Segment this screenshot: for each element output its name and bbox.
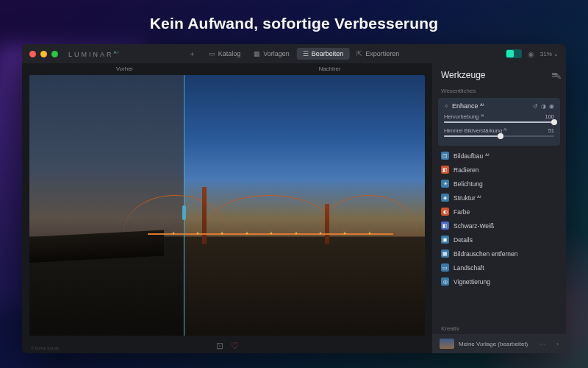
label-after: Nachher xyxy=(227,63,432,75)
more-icon[interactable]: ⋯ xyxy=(539,341,545,347)
tool-exposure[interactable]: ☀Belichtung xyxy=(432,177,566,191)
bw-icon: ◧ xyxy=(441,222,449,230)
favorite-icon[interactable]: ♡ xyxy=(231,341,239,351)
tool-erase[interactable]: ◧Radieren xyxy=(432,163,566,177)
sun-icon: ☀ xyxy=(441,180,449,188)
tool-color[interactable]: ◐Farbe xyxy=(432,205,566,219)
mask-icon[interactable]: ◑ xyxy=(541,103,546,110)
zoom-level[interactable]: 31% ⌄ xyxy=(540,51,559,57)
panel-title: Werkzeuge xyxy=(441,70,485,80)
titlebar: LUMINARAI ＋ ▭Katalog ▦Vorlagen ☰Bearbeit… xyxy=(22,44,566,63)
tab-templates[interactable]: ▦Vorlagen xyxy=(248,48,295,60)
tool-list: ◫Bildaufbau ᴬᴵ ◧Radieren ☀Belichtung ◈St… xyxy=(432,147,566,322)
label-before: Vorher xyxy=(22,63,227,75)
brush-icon[interactable]: ✎ xyxy=(555,72,562,82)
sliders-icon: ☰ xyxy=(303,50,309,57)
tool-structure[interactable]: ◈Struktur ᴬᴵ xyxy=(432,191,566,205)
tab-catalog[interactable]: ▭Katalog xyxy=(203,48,247,60)
side-rail: ✎ xyxy=(550,68,566,82)
vignette-icon: ◎ xyxy=(441,277,449,286)
marketing-headline: Kein Aufwand, sofortige Verbesserung xyxy=(0,0,588,44)
folder-icon: ▭ xyxy=(209,50,215,57)
preset-thumb xyxy=(440,339,454,349)
tab-edit[interactable]: ☰Bearbeiten xyxy=(297,48,350,60)
minimize-icon[interactable] xyxy=(40,51,47,57)
structure-icon: ◈ xyxy=(441,194,449,202)
plus-icon: ＋ xyxy=(189,49,196,59)
preset-bar[interactable]: Meine Vorlage (bearbeitet) ⋯ › xyxy=(432,334,566,353)
tool-denoise[interactable]: ▦Bildrauschen entfernen xyxy=(432,247,566,261)
landscape-icon: ▭ xyxy=(441,263,449,272)
chevron-right-icon[interactable]: › xyxy=(556,341,559,347)
export-icon: ⇱ xyxy=(356,50,362,57)
details-icon: ▣ xyxy=(441,236,449,244)
tool-bw[interactable]: ◧Schwarz-Weiß xyxy=(432,219,566,233)
add-button[interactable]: ＋ xyxy=(183,47,201,61)
section-essentials: Wesentliches xyxy=(432,85,566,96)
slider-sky[interactable]: Himmel Bildverstärkung ᴬᴵ51 xyxy=(444,127,554,137)
erase-icon: ◧ xyxy=(441,166,449,174)
crop-icon: ◫ xyxy=(441,152,449,160)
tab-export[interactable]: ⇱Exportieren xyxy=(351,48,405,60)
visibility-icon[interactable]: ◉ xyxy=(549,103,554,110)
tool-vignette[interactable]: ◎Vignettierung xyxy=(432,275,566,289)
main-tabs: ＋ ▭Katalog ▦Vorlagen ☰Bearbeiten ⇱Export… xyxy=(183,47,406,61)
canvas-area: Vorher Nachher ⊡ ♡ xyxy=(22,63,432,353)
compare-toggle[interactable] xyxy=(506,49,522,58)
image-preview[interactable] xyxy=(29,75,425,336)
preset-label: Meine Vorlage (bearbeitet) xyxy=(459,341,528,347)
app-window: LUMINARAI ＋ ▭Katalog ▦Vorlagen ☰Bearbeit… xyxy=(22,44,566,353)
crop-icon[interactable]: ⊡ xyxy=(216,341,223,351)
tool-enhance[interactable]: ✧ Enhance ᴬᴵ ↺ ◑ ◉ Hervorhebung ᴬᴵ100 Hi… xyxy=(438,98,560,146)
noise-icon: ▦ xyxy=(441,250,449,258)
sparkle-icon: ✧ xyxy=(444,103,449,110)
tool-composition[interactable]: ◫Bildaufbau ᴬᴵ xyxy=(432,149,566,163)
preview-icon[interactable]: ◉ xyxy=(528,50,534,58)
slider-highlight[interactable]: Hervorhebung ᴬᴵ100 xyxy=(444,113,554,123)
tools-panel: Werkzeuge ≡ Wesentliches ✧ Enhance ᴬᴵ ↺ … xyxy=(432,63,566,353)
close-icon[interactable] xyxy=(29,51,36,57)
tool-landscape[interactable]: ▭Landschaft xyxy=(432,261,566,275)
palette-icon: ◐ xyxy=(441,208,449,216)
app-name: LUMINARAI xyxy=(68,50,119,58)
tool-details[interactable]: ▣Details xyxy=(432,233,566,247)
undo-icon[interactable]: ↺ xyxy=(533,103,538,110)
section-creative: Kreativ xyxy=(432,322,566,334)
copyright: © Dima Sytnik xyxy=(31,346,59,350)
fullscreen-icon[interactable] xyxy=(51,51,58,57)
grid-icon: ▦ xyxy=(254,50,260,57)
compare-handle[interactable] xyxy=(182,205,186,220)
